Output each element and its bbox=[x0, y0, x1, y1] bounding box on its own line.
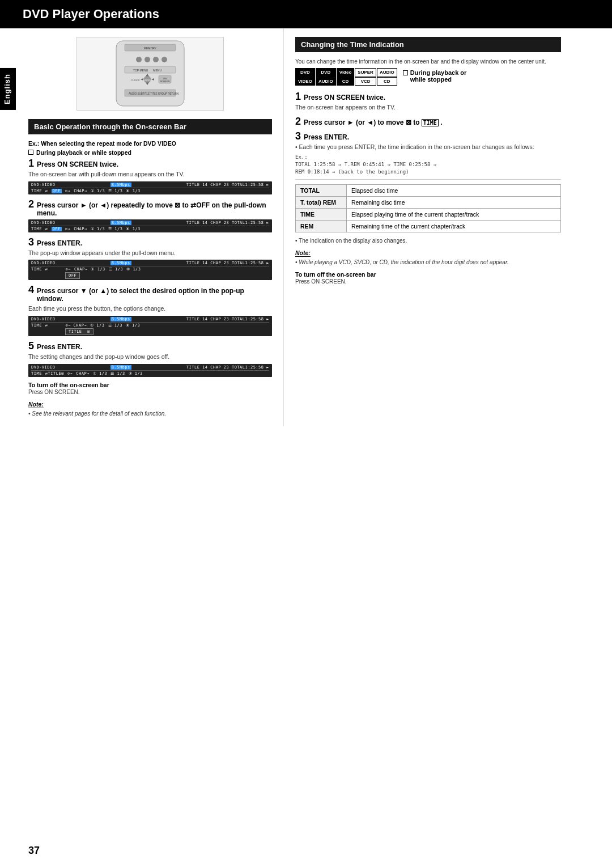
step-1-number: 1 bbox=[28, 158, 34, 168]
time-info-table: TOTAL Elapsed disc time T. total) REM Re… bbox=[295, 184, 561, 232]
step-4-title: Press cursor ▼ (or ▲) to select the desi… bbox=[37, 287, 272, 303]
badge-super-top: SUPER bbox=[355, 68, 376, 77]
note-title-right: Note: bbox=[295, 249, 311, 257]
table-row-time: TIME Elapsed playing time of the current… bbox=[296, 208, 561, 220]
badge-cd-bottom: CD bbox=[337, 77, 355, 86]
svg-point-3 bbox=[136, 57, 142, 62]
table-label-trem: T. total) REM bbox=[296, 196, 347, 208]
table-row-trem: T. total) REM Remaining disc time bbox=[296, 196, 561, 208]
step-1-title: Press ON SCREEN twice. bbox=[37, 160, 118, 168]
onscreen-bar-5: DVD-VIDEO 8.5Mbps TITLE 14 CHAP 23 TOTAL… bbox=[28, 364, 272, 377]
onscreen-bar-4: DVD-VIDEO 8.5Mbps TITLE 14 CHAP 23 TOTAL… bbox=[28, 316, 272, 336]
badge-video2-top: Video bbox=[337, 68, 355, 77]
checkbox-icon bbox=[28, 150, 33, 155]
right-step-3: 3 Press ENTER. • Each time you press ENT… bbox=[295, 131, 561, 175]
note-text-left: • See the relevant pages for the detail … bbox=[28, 410, 272, 418]
language-tab: English bbox=[0, 68, 16, 110]
checkbox-during-playback: During playback or while stopped bbox=[28, 149, 272, 156]
step-2-title: Press cursor ► (or ◄) repeatedly to move… bbox=[37, 201, 272, 217]
right-column: Changing the Time Indication You can cha… bbox=[283, 28, 572, 426]
table-label-rem: REM bbox=[296, 220, 347, 232]
step-3: 3 Press ENTER. The pop-up window appears… bbox=[28, 237, 272, 281]
ex-sequence-2: REM 0:18:14 ⇒ (back to the beginning) bbox=[295, 169, 561, 175]
changing-time-intro: You can change the time information in t… bbox=[295, 58, 561, 66]
note-section-left: Note: • See the relevant pages for the d… bbox=[28, 401, 272, 418]
step-5: 5 Press ENTER. The setting changes and t… bbox=[28, 341, 272, 377]
svg-point-6 bbox=[162, 57, 167, 62]
table-desc-trem: Remaining disc time bbox=[347, 196, 561, 208]
during-playback-text: During playback or bbox=[410, 69, 467, 76]
svg-text:ENTER: ENTER bbox=[143, 79, 151, 82]
badge-video-bottom: VIDEO bbox=[295, 77, 315, 86]
badge-vcd-bottom: VCD bbox=[355, 77, 376, 86]
badge-audio-bottom: AUDIO bbox=[316, 77, 336, 86]
badge-video-cd: Video CD bbox=[337, 68, 355, 86]
indication-note: • The indication on the display also cha… bbox=[295, 237, 561, 245]
step-4-desc: Each time you press the button, the opti… bbox=[28, 304, 272, 313]
left-column: MEMORY TOP MENU MENU ENTER CHOICE bbox=[17, 28, 283, 426]
table-desc-rem: Remaining time of the current chapter/tr… bbox=[347, 220, 561, 232]
right-step-3-title: Press ENTER. bbox=[304, 133, 349, 141]
step-5-desc: The setting changes and the pop-up windo… bbox=[28, 353, 272, 361]
badge-super-vcd: SUPER VCD bbox=[355, 68, 376, 86]
step-1-desc: The on-screen bar with pull-down menu ap… bbox=[28, 170, 272, 179]
note-title-left: Note: bbox=[28, 401, 44, 408]
badge-dvd-video: DVD VIDEO bbox=[295, 68, 315, 86]
svg-point-4 bbox=[144, 57, 150, 62]
badge-audio-cd: AUDIO CD bbox=[377, 68, 397, 86]
table-divider bbox=[295, 179, 561, 180]
table-label-time: TIME bbox=[296, 208, 347, 220]
turn-off-label-right: To turn off the on-screen bar bbox=[295, 271, 561, 278]
turn-off-label-left: To turn off the on-screen bar bbox=[28, 382, 272, 388]
right-step-3-desc: • Each time you press ENTER, the time in… bbox=[295, 143, 561, 151]
step-3-title: Press ENTER. bbox=[37, 239, 82, 247]
table-row-rem: REM Remaining time of the current chapte… bbox=[296, 220, 561, 232]
during-text-block: During playback or while stopped bbox=[403, 68, 467, 83]
ex-label: Ex.: When selecting the repeat mode for … bbox=[28, 140, 272, 147]
step-3-desc: The pop-up window appears under the pull… bbox=[28, 249, 272, 257]
table-desc-time: Elapsed playing time of the current chap… bbox=[347, 208, 561, 220]
right-step-3-number: 3 bbox=[295, 131, 301, 141]
remote-image: MEMORY TOP MENU MENU ENTER CHOICE bbox=[76, 37, 224, 111]
step-4: 4 Press cursor ▼ (or ▲) to select the de… bbox=[28, 285, 272, 336]
badge-dvd-top: DVD bbox=[295, 68, 315, 77]
step-3-number: 3 bbox=[28, 237, 34, 247]
badge-audio2-top: AUDIO bbox=[377, 68, 397, 77]
svg-point-5 bbox=[153, 57, 159, 62]
note-section-right: Note: • While playing a VCD, SVCD, or CD… bbox=[295, 249, 561, 266]
right-step-2-title: Press cursor ► (or ◄) to move ⊠ to TIME … bbox=[304, 118, 443, 126]
checkbox-text: During playback or while stopped bbox=[36, 149, 131, 156]
onscreen-bar-2: DVD-VIDEO 8.5Mbps TITLE 14 CHAP 23 TOTAL… bbox=[28, 219, 272, 232]
basic-operation-header: Basic Operation through the On-screen Ba… bbox=[28, 119, 272, 134]
svg-text:MEMORY: MEMORY bbox=[144, 46, 157, 50]
onscreen-bar-3: DVD-VIDEO 8.5Mbps TITLE 14 CHAP 23 TOTAL… bbox=[28, 260, 272, 280]
during-playback-box: DVD VIDEO DVD AUDIO Video CD SUPER VCD bbox=[295, 68, 561, 86]
right-step-1-desc: The on-screen bar appears on the TV. bbox=[295, 103, 561, 112]
badge-cd2-bottom: CD bbox=[377, 77, 397, 86]
step-4-number: 4 bbox=[28, 285, 34, 295]
table-label-total: TOTAL bbox=[296, 184, 347, 196]
turn-off-action-left: Press ON SCREEN. bbox=[28, 388, 272, 396]
checkbox-during-right bbox=[403, 70, 408, 75]
table-desc-total: Elapsed disc time bbox=[347, 184, 561, 196]
svg-text:CHOICE: CHOICE bbox=[131, 79, 140, 82]
dvd-badges: DVD VIDEO DVD AUDIO Video CD SUPER VCD bbox=[295, 68, 397, 86]
changing-time-header: Changing the Time Indication bbox=[295, 37, 561, 52]
svg-text:MENU: MENU bbox=[153, 69, 162, 72]
step-2-number: 2 bbox=[28, 199, 34, 209]
page-number: 37 bbox=[28, 845, 40, 857]
badge-dvd2-top: DVD bbox=[316, 68, 336, 77]
ex-prefix: Ex.: bbox=[295, 154, 561, 160]
svg-rect-7 bbox=[125, 66, 176, 73]
popup-off: OFF bbox=[65, 272, 80, 279]
table-row-total: TOTAL Elapsed disc time bbox=[296, 184, 561, 196]
ex-sequence-1: TOTAL 1:25:58 ⇒ T.REM 0:45:41 ⇒ TIME 0:2… bbox=[295, 162, 561, 167]
popup-title: TITLE ⊠ bbox=[65, 328, 94, 335]
step-2: 2 Press cursor ► (or ◄) repeatedly to mo… bbox=[28, 199, 272, 232]
step-5-title: Press ENTER. bbox=[37, 343, 82, 351]
onscreen-bar-1: DVD-VIDEO 8.5Mbps TITLE 14 CHAP 23 TOTAL… bbox=[28, 181, 272, 194]
step-1: 1 Press ON SCREEN twice. The on-screen b… bbox=[28, 158, 272, 194]
svg-text:AUDIO  SUBTITLE  TITLE  GROUP : AUDIO SUBTITLE TITLE GROUP RETURN bbox=[129, 92, 178, 95]
while-stopped-text: while stopped bbox=[410, 76, 452, 83]
step-5-number: 5 bbox=[28, 341, 34, 351]
